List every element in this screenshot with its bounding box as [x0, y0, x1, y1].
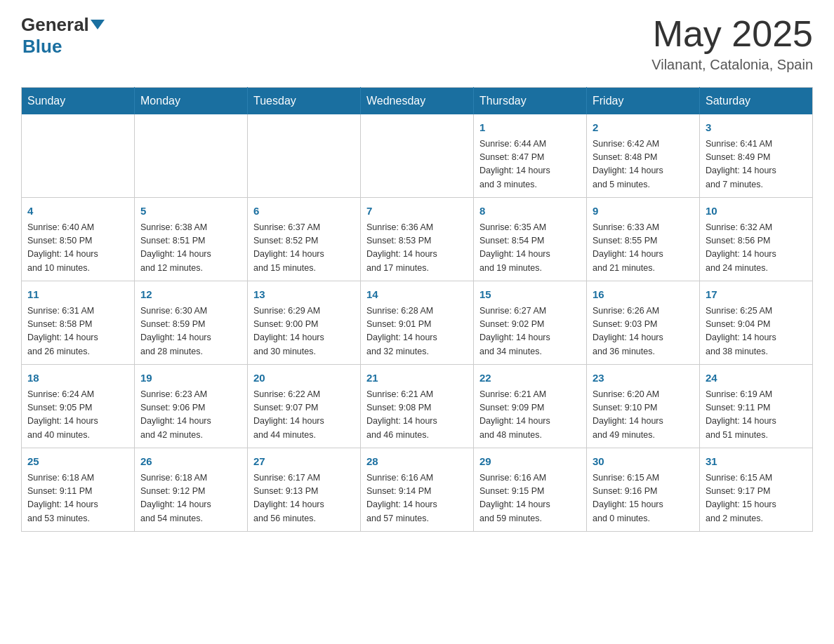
calendar-cell: 11Sunrise: 6:31 AM Sunset: 8:58 PM Dayli… [22, 281, 135, 365]
day-number: 30 [593, 454, 694, 470]
calendar-cell: 27Sunrise: 6:17 AM Sunset: 9:13 PM Dayli… [248, 448, 361, 532]
day-info: Sunrise: 6:22 AM Sunset: 9:07 PM Dayligh… [253, 388, 355, 443]
weekday-header-thursday: Thursday [474, 88, 587, 115]
day-number: 29 [479, 454, 581, 470]
day-info: Sunrise: 6:23 AM Sunset: 9:06 PM Dayligh… [140, 388, 241, 443]
day-number: 17 [706, 287, 807, 303]
calendar-cell: 2Sunrise: 6:42 AM Sunset: 8:48 PM Daylig… [587, 114, 700, 198]
calendar-cell: 14Sunrise: 6:28 AM Sunset: 9:01 PM Dayli… [361, 281, 474, 365]
weekday-header-wednesday: Wednesday [361, 88, 474, 115]
weekday-header-sunday: Sunday [22, 88, 135, 115]
day-number: 9 [593, 203, 694, 220]
day-number: 4 [27, 203, 128, 220]
calendar-cell: 1Sunrise: 6:44 AM Sunset: 8:47 PM Daylig… [474, 114, 587, 198]
day-number: 13 [253, 287, 355, 303]
day-number: 21 [366, 370, 468, 387]
day-info: Sunrise: 6:21 AM Sunset: 9:08 PM Dayligh… [366, 388, 468, 443]
location-subtitle: Vilanant, Catalonia, Spain [651, 57, 813, 73]
day-number: 19 [140, 370, 241, 387]
day-number: 15 [479, 287, 581, 303]
day-number: 10 [706, 203, 807, 220]
logo-general-text: General [21, 14, 89, 36]
day-number: 26 [140, 454, 241, 470]
day-info: Sunrise: 6:36 AM Sunset: 8:53 PM Dayligh… [366, 221, 468, 276]
weekday-header-monday: Monday [135, 88, 248, 115]
calendar-week-row: 4Sunrise: 6:40 AM Sunset: 8:50 PM Daylig… [22, 198, 813, 281]
logo: General Blue [21, 14, 105, 58]
day-number: 7 [366, 203, 468, 220]
day-info: Sunrise: 6:19 AM Sunset: 9:11 PM Dayligh… [706, 388, 807, 443]
day-info: Sunrise: 6:18 AM Sunset: 9:11 PM Dayligh… [27, 471, 128, 526]
calendar-cell: 19Sunrise: 6:23 AM Sunset: 9:06 PM Dayli… [135, 365, 248, 448]
day-info: Sunrise: 6:26 AM Sunset: 9:03 PM Dayligh… [593, 304, 694, 359]
calendar-cell [22, 114, 135, 198]
day-info: Sunrise: 6:16 AM Sunset: 9:14 PM Dayligh… [366, 471, 468, 526]
day-info: Sunrise: 6:42 AM Sunset: 8:48 PM Dayligh… [593, 137, 694, 192]
day-number: 31 [706, 454, 807, 470]
calendar-week-row: 1Sunrise: 6:44 AM Sunset: 8:47 PM Daylig… [22, 114, 813, 198]
day-number: 22 [479, 370, 581, 387]
day-number: 20 [253, 370, 355, 387]
day-number: 8 [479, 203, 581, 220]
calendar-cell: 9Sunrise: 6:33 AM Sunset: 8:55 PM Daylig… [587, 198, 700, 281]
calendar-cell: 29Sunrise: 6:16 AM Sunset: 9:15 PM Dayli… [474, 448, 587, 532]
day-info: Sunrise: 6:16 AM Sunset: 9:15 PM Dayligh… [479, 471, 581, 526]
calendar-cell: 23Sunrise: 6:20 AM Sunset: 9:10 PM Dayli… [587, 365, 700, 448]
day-info: Sunrise: 6:17 AM Sunset: 9:13 PM Dayligh… [253, 471, 355, 526]
calendar-cell: 12Sunrise: 6:30 AM Sunset: 8:59 PM Dayli… [135, 281, 248, 365]
day-info: Sunrise: 6:29 AM Sunset: 9:00 PM Dayligh… [253, 304, 355, 359]
calendar-cell: 24Sunrise: 6:19 AM Sunset: 9:11 PM Dayli… [700, 365, 813, 448]
calendar-cell [361, 114, 474, 198]
calendar-cell: 10Sunrise: 6:32 AM Sunset: 8:56 PM Dayli… [700, 198, 813, 281]
weekday-header-row: SundayMondayTuesdayWednesdayThursdayFrid… [22, 88, 813, 115]
day-info: Sunrise: 6:15 AM Sunset: 9:16 PM Dayligh… [593, 471, 694, 526]
day-number: 14 [366, 287, 468, 303]
day-number: 24 [706, 370, 807, 387]
day-number: 16 [593, 287, 694, 303]
day-number: 27 [253, 454, 355, 470]
calendar-cell: 21Sunrise: 6:21 AM Sunset: 9:08 PM Dayli… [361, 365, 474, 448]
day-number: 18 [27, 370, 128, 387]
day-info: Sunrise: 6:20 AM Sunset: 9:10 PM Dayligh… [593, 388, 694, 443]
calendar-cell: 22Sunrise: 6:21 AM Sunset: 9:09 PM Dayli… [474, 365, 587, 448]
calendar-cell: 7Sunrise: 6:36 AM Sunset: 8:53 PM Daylig… [361, 198, 474, 281]
calendar-week-row: 11Sunrise: 6:31 AM Sunset: 8:58 PM Dayli… [22, 281, 813, 365]
calendar-cell: 8Sunrise: 6:35 AM Sunset: 8:54 PM Daylig… [474, 198, 587, 281]
day-info: Sunrise: 6:35 AM Sunset: 8:54 PM Dayligh… [479, 221, 581, 276]
day-number: 28 [366, 454, 468, 470]
calendar-cell: 26Sunrise: 6:18 AM Sunset: 9:12 PM Dayli… [135, 448, 248, 532]
day-info: Sunrise: 6:32 AM Sunset: 8:56 PM Dayligh… [706, 221, 807, 276]
day-number: 1 [479, 120, 581, 136]
day-number: 6 [253, 203, 355, 220]
calendar-table: SundayMondayTuesdayWednesdayThursdayFrid… [21, 87, 813, 532]
day-number: 2 [593, 120, 694, 136]
logo-blue-text: Blue [22, 36, 62, 57]
calendar-cell: 5Sunrise: 6:38 AM Sunset: 8:51 PM Daylig… [135, 198, 248, 281]
day-info: Sunrise: 6:30 AM Sunset: 8:59 PM Dayligh… [140, 304, 241, 359]
logo-triangle-icon [91, 20, 105, 29]
weekday-header-friday: Friday [587, 88, 700, 115]
day-info: Sunrise: 6:33 AM Sunset: 8:55 PM Dayligh… [593, 221, 694, 276]
calendar-cell [248, 114, 361, 198]
day-number: 23 [593, 370, 694, 387]
day-number: 11 [27, 287, 128, 303]
day-info: Sunrise: 6:38 AM Sunset: 8:51 PM Dayligh… [140, 221, 241, 276]
day-info: Sunrise: 6:44 AM Sunset: 8:47 PM Dayligh… [479, 137, 581, 192]
day-info: Sunrise: 6:24 AM Sunset: 9:05 PM Dayligh… [27, 388, 128, 443]
day-info: Sunrise: 6:40 AM Sunset: 8:50 PM Dayligh… [27, 221, 128, 276]
calendar-cell: 18Sunrise: 6:24 AM Sunset: 9:05 PM Dayli… [22, 365, 135, 448]
calendar-cell: 15Sunrise: 6:27 AM Sunset: 9:02 PM Dayli… [474, 281, 587, 365]
weekday-header-tuesday: Tuesday [248, 88, 361, 115]
day-info: Sunrise: 6:31 AM Sunset: 8:58 PM Dayligh… [27, 304, 128, 359]
calendar-week-row: 25Sunrise: 6:18 AM Sunset: 9:11 PM Dayli… [22, 448, 813, 532]
day-info: Sunrise: 6:27 AM Sunset: 9:02 PM Dayligh… [479, 304, 581, 359]
calendar-cell: 25Sunrise: 6:18 AM Sunset: 9:11 PM Dayli… [22, 448, 135, 532]
calendar-cell: 30Sunrise: 6:15 AM Sunset: 9:16 PM Dayli… [587, 448, 700, 532]
day-info: Sunrise: 6:28 AM Sunset: 9:01 PM Dayligh… [366, 304, 468, 359]
month-title: May 2025 [651, 14, 813, 54]
day-info: Sunrise: 6:21 AM Sunset: 9:09 PM Dayligh… [479, 388, 581, 443]
calendar-cell [135, 114, 248, 198]
day-info: Sunrise: 6:37 AM Sunset: 8:52 PM Dayligh… [253, 221, 355, 276]
calendar-week-row: 18Sunrise: 6:24 AM Sunset: 9:05 PM Dayli… [22, 365, 813, 448]
day-number: 25 [27, 454, 128, 470]
